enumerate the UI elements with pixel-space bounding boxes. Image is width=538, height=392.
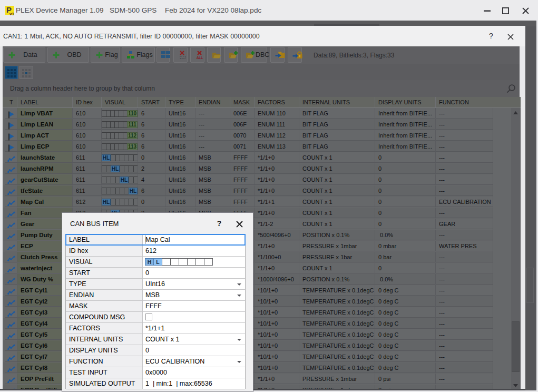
svg-text:ALL: ALL <box>197 56 203 60</box>
